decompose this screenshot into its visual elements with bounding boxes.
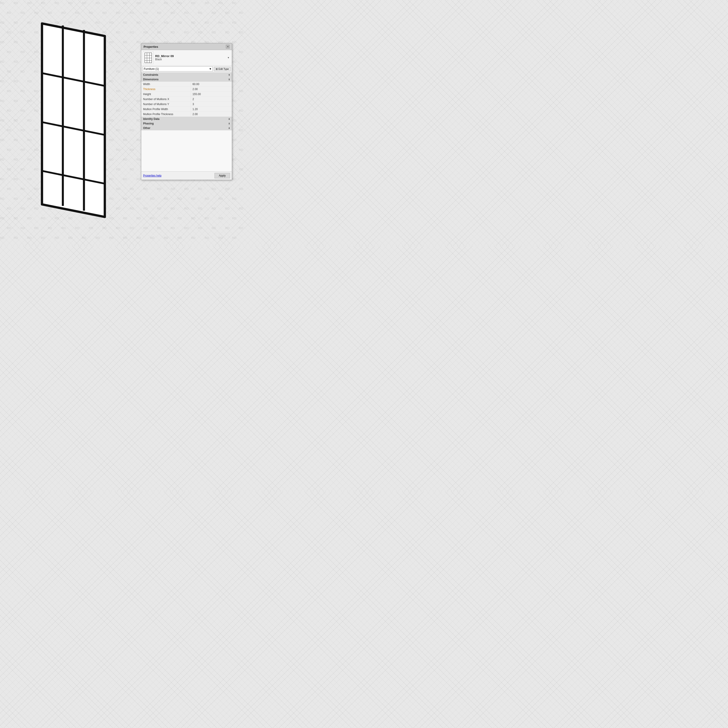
prop-label-4: Number of Mullions Y	[141, 102, 191, 107]
section-phasing[interactable]: Phasing ⬇	[141, 121, 232, 126]
properties-help-link[interactable]: Properties help	[143, 174, 162, 177]
prop-value-2[interactable]: 155.00	[191, 92, 232, 96]
prop-label-1: Thickness	[141, 87, 191, 92]
section-other[interactable]: Other ⬇	[141, 126, 232, 130]
type-selector-row: Furniture (1) ▼ ⊞ Edit Type	[141, 66, 232, 73]
svg-rect-6	[145, 53, 152, 63]
prop-value-0[interactable]: 60.00	[191, 82, 232, 86]
panel-title: Properties	[144, 45, 158, 49]
section-phasing-label: Phasing	[143, 122, 154, 125]
edit-type-button[interactable]: ⊞ Edit Type	[214, 67, 231, 71]
type-selector[interactable]: Furniture (1) ▼	[143, 66, 213, 72]
empty-space	[141, 130, 232, 171]
prop-value-3[interactable]: 2	[191, 97, 232, 101]
section-identity-data[interactable]: Identity Data ⬇	[141, 117, 232, 121]
table-row: Thickness2.00	[141, 87, 232, 92]
identity-collapse-icon: ⬇	[228, 118, 230, 120]
prop-label-3: Number of Mullions X	[141, 97, 191, 101]
table-row: Width60.00	[141, 82, 232, 87]
type-selector-arrow: ▼	[209, 67, 211, 70]
panel-titlebar: Properties ✕	[141, 43, 232, 50]
prop-value-4[interactable]: 3	[191, 102, 232, 107]
section-identity-label: Identity Data	[143, 118, 159, 121]
section-constraints[interactable]: Constraints ⬆	[141, 73, 232, 77]
section-other-label: Other	[143, 127, 150, 130]
prop-label-5: Mullion Profile Width	[141, 107, 191, 112]
panel-footer: Properties help Apply	[141, 171, 232, 180]
prop-label-2: Height	[141, 92, 191, 96]
table-row: Number of Mullions X2	[141, 97, 232, 102]
panel-header: RD_Mirror 09 Black ▼	[141, 50, 232, 66]
close-button[interactable]: ✕	[226, 45, 229, 49]
constraints-collapse-icon: ⬆	[228, 74, 230, 76]
properties-panel: Properties ✕ RD_Mirror 09 Black ▼ Furnit…	[141, 43, 232, 180]
other-collapse-icon: ⬇	[228, 127, 230, 130]
item-info: RD_Mirror 09 Black	[155, 54, 227, 61]
item-sub: Black	[155, 58, 227, 61]
prop-value-1[interactable]: 2.00	[191, 87, 232, 92]
svg-marker-0	[42, 23, 105, 217]
prop-label-0: Width	[141, 82, 191, 86]
table-row: Height155.00	[141, 92, 232, 97]
phasing-collapse-icon: ⬇	[228, 122, 230, 125]
apply-button[interactable]: Apply	[214, 173, 230, 178]
table-row: Mullion Profile Thickness2.00	[141, 112, 232, 117]
prop-value-5[interactable]: 1.20	[191, 107, 232, 112]
section-dimensions-label: Dimensions	[143, 78, 159, 81]
table-row: Number of Mullions Y3	[141, 102, 232, 107]
section-constraints-label: Constraints	[143, 73, 158, 76]
header-dropdown-arrow[interactable]: ▼	[227, 56, 230, 60]
item-name: RD_Mirror 09	[155, 54, 227, 58]
table-row: Mullion Profile Width1.20	[141, 107, 232, 112]
properties-rows: Width60.00Thickness2.00Height155.00Numbe…	[141, 82, 232, 117]
dimensions-collapse-icon: ⬆	[228, 78, 230, 81]
edit-type-icon: ⊞	[216, 67, 218, 70]
item-thumbnail	[143, 51, 153, 64]
prop-label-6: Mullion Profile Thickness	[141, 112, 191, 116]
prop-value-6[interactable]: 2.00	[191, 112, 232, 116]
section-dimensions[interactable]: Dimensions ⬆	[141, 77, 232, 82]
mirror-drawing	[7, 16, 127, 232]
